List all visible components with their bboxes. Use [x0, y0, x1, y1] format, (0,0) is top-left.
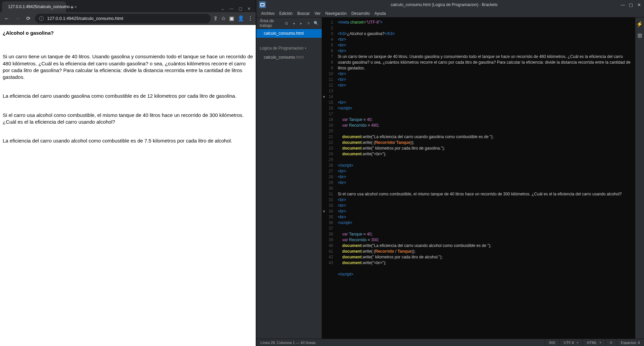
brackets-window: calculo_consumo.html (Logica de Programa…	[256, 0, 644, 346]
close-icon[interactable]: ✕	[636, 2, 642, 7]
paragraph-1: Si un carro tiene un tanque de 40 litros…	[3, 53, 253, 81]
indentation[interactable]: Espacios: 4	[616, 339, 644, 346]
fold-marker-icon[interactable]: ▼	[322, 209, 326, 214]
cursor-position[interactable]: Línea 28, Columna 1 — 43 líneas	[256, 339, 320, 346]
editor[interactable]: ▼ ▼ 123456789101112131415161718192021222…	[322, 18, 635, 339]
encoding[interactable]: UTF-8▾	[559, 339, 582, 346]
prev-file-icon[interactable]: ◂	[291, 21, 296, 26]
extension-rail: ⚡ ▦	[635, 18, 644, 339]
brackets-titlebar: calculo_consumo.html (Logica de Programa…	[256, 0, 644, 9]
extension-manager-icon[interactable]: ▦	[637, 32, 642, 38]
project-header[interactable]: Logica de Programacion▾	[256, 43, 322, 53]
address-bar[interactable]: i 127.0.0.1:49425/calculo_consumo.html	[35, 14, 211, 23]
paragraph-3: Si el carro usa alcohol como combustible…	[3, 112, 253, 126]
brackets-body: Área de trabajo ⧉ ◂ ▸ ≡ 🔍 calculo_consum…	[256, 18, 644, 339]
reload-button[interactable]: ⟳	[24, 14, 32, 23]
url-text: 127.0.0.1:49425/calculo_consumo.html	[47, 16, 123, 21]
linting-status[interactable]	[605, 339, 616, 346]
browser-window-controls: ⌄ — ▢ ✕	[216, 5, 256, 12]
close-icon[interactable]: ✕	[247, 7, 251, 11]
menu-ver[interactable]: Ver	[315, 11, 321, 16]
brackets-title: calculo_consumo.html (Logica de Programa…	[269, 2, 620, 7]
maximize-icon[interactable]: ▢	[628, 2, 634, 7]
minimize-icon[interactable]: —	[229, 7, 234, 11]
working-set-label: Área de trabajo	[260, 19, 281, 28]
menu-buscar[interactable]: Buscar	[297, 11, 310, 16]
tab-title: 127.0.0.1:49425/calculo_consumo	[8, 4, 70, 9]
kebab-menu-icon[interactable]: ⋮	[248, 15, 253, 22]
gear-icon[interactable]: ≡	[306, 21, 311, 26]
menu-edicion[interactable]: Edición	[279, 11, 292, 16]
share-icon[interactable]: ⇪	[213, 15, 218, 22]
menu-desarrollo[interactable]: Desarrollo	[351, 11, 370, 16]
project-file[interactable]: calculo_consumo.html	[256, 53, 322, 61]
tab-strip: 127.0.0.1:49425/calculo_consumo × + ⌄ — …	[0, 0, 256, 12]
working-set-header[interactable]: Área de trabajo ⧉ ◂ ▸ ≡ 🔍	[256, 18, 322, 29]
menu-navegacion[interactable]: Navegación	[325, 11, 347, 16]
browser-toolbar: ← → ⟳ i 127.0.0.1:49425/calculo_consumo.…	[0, 12, 256, 25]
reader-icon[interactable]: ▣	[229, 15, 234, 22]
minimize-icon[interactable]: —	[620, 2, 626, 7]
brackets-sidebar: Área de trabajo ⧉ ◂ ▸ ≡ 🔍 calculo_consum…	[256, 18, 322, 339]
code-area[interactable]: <meta charset="UTF-8"> <h3>¿Alcohol o ga…	[336, 18, 631, 339]
chevron-down-icon[interactable]: ⌄	[221, 7, 225, 11]
chevron-down-icon: ▾	[305, 46, 307, 50]
fold-marker-icon[interactable]: ▼	[322, 94, 326, 100]
browser-tab[interactable]: 127.0.0.1:49425/calculo_consumo ×	[2, 1, 66, 12]
site-info-icon[interactable]: i	[39, 16, 44, 21]
open-file-active[interactable]: calculo_consumo.html	[256, 29, 322, 38]
paragraph-4: La eficiencia del carro usando alcohol c…	[3, 137, 253, 144]
language-mode[interactable]: HTML▾	[582, 339, 605, 346]
profile-icon[interactable]: 👤	[238, 15, 244, 22]
menu-ayuda[interactable]: Ayuda	[374, 11, 386, 16]
browser-window: 127.0.0.1:49425/calculo_consumo × + ⌄ — …	[0, 0, 256, 346]
brackets-logo-icon	[259, 1, 266, 8]
brackets-menu-bar: Archivo Edición Buscar Ver Navegación De…	[256, 9, 644, 18]
back-button[interactable]: ←	[3, 14, 11, 23]
new-tab-button[interactable]: +	[67, 3, 77, 12]
insert-mode[interactable]: INS	[545, 339, 559, 346]
paragraph-2: La eficiencia del carro usando gasolina …	[3, 93, 253, 99]
page-heading: ¿Alcohol o gasolina?	[3, 30, 253, 36]
next-file-icon[interactable]: ▸	[299, 21, 303, 26]
bookmark-icon[interactable]: ☆	[221, 15, 226, 22]
status-bar: Línea 28, Columna 1 — 43 líneas INS UTF-…	[256, 339, 644, 346]
live-preview-icon[interactable]: ⚡	[636, 21, 643, 27]
search-icon[interactable]: 🔍	[314, 21, 318, 26]
maximize-icon[interactable]: ▢	[238, 7, 242, 11]
page-content: ¿Alcohol o gasolina? Si un carro tiene u…	[0, 25, 256, 346]
line-gutter: ▼ ▼ 123456789101112131415161718192021222…	[322, 18, 336, 339]
split-view-icon[interactable]: ⧉	[284, 21, 289, 26]
vertical-scrollbar[interactable]	[631, 18, 635, 339]
menu-archivo[interactable]: Archivo	[261, 11, 275, 16]
forward-button[interactable]: →	[13, 14, 22, 23]
